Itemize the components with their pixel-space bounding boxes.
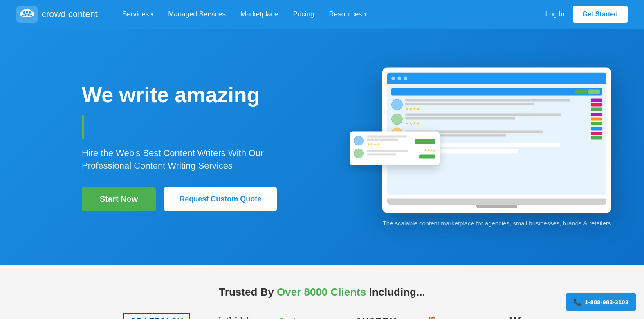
logo-craftjack: CRAFTJACK — [123, 313, 190, 319]
logo-dribbble: dribbble — [215, 315, 254, 319]
hero-title: We write amazing — [82, 83, 294, 107]
nav-actions: Log In Get Started — [545, 6, 628, 23]
hero-buttons: Start Now Request Custom Quote — [82, 187, 294, 211]
phone-badge[interactable]: 📞 1-888-983-3103 — [566, 293, 636, 311]
logo-w: W — [509, 315, 520, 319]
nav-links: Services ▾ Managed Services Marketplace … — [122, 10, 545, 18]
services-chevron-icon: ▾ — [151, 12, 153, 17]
nav-resources[interactable]: Resources ▾ — [329, 10, 367, 18]
logo-caring: Caring♣com — [278, 316, 331, 319]
nav-marketplace[interactable]: Marketplace — [240, 10, 278, 18]
start-now-button[interactable]: Start Now — [82, 187, 156, 211]
hero-illustration: ★★★★ — [382, 68, 611, 227]
phone-icon: 📞 — [573, 298, 581, 306]
nav-managed-services[interactable]: Managed Services — [168, 10, 226, 18]
svg-point-4 — [23, 11, 25, 14]
hero-section: We write amazing Hire the Web's Best Con… — [0, 29, 644, 265]
nav-logo[interactable]: crowd content — [16, 6, 98, 23]
navigation: crowd content Services ▾ Managed Service… — [0, 0, 644, 29]
hero-accent-bar — [82, 115, 84, 139]
logo-system1: SYSTEM1 — [356, 316, 402, 319]
trusted-section: Trusted By Over 8000 Clients Including..… — [0, 265, 644, 319]
hero-caption: The scalable content marketplace for age… — [382, 220, 611, 227]
phone-number: 1-888-983-3103 — [585, 299, 628, 306]
get-started-button[interactable]: Get Started — [573, 6, 628, 23]
custom-quote-button[interactable]: Request Custom Quote — [164, 187, 277, 211]
logo-grubhub: 🏠GRUBHUB — [427, 316, 485, 319]
logo-text: crowd content — [42, 9, 98, 20]
login-button[interactable]: Log In — [545, 10, 564, 18]
hero-subtitle: Hire the Web's Best Content Writers With… — [82, 147, 294, 173]
floating-card: ★★★★ ★★★★ — [350, 131, 440, 165]
svg-point-5 — [26, 11, 28, 13]
nav-pricing[interactable]: Pricing — [293, 10, 314, 18]
logo-icon — [16, 6, 38, 23]
resources-chevron-icon: ▾ — [364, 12, 367, 17]
hero-content: We write amazing Hire the Web's Best Con… — [82, 83, 294, 212]
trusted-title: Trusted By Over 8000 Clients Including..… — [16, 286, 628, 299]
nav-services[interactable]: Services ▾ — [122, 10, 153, 18]
svg-point-6 — [29, 11, 31, 14]
logos-row: CRAFTJACK dribbble Caring♣com SYSTEM1 🏠G… — [16, 313, 628, 319]
